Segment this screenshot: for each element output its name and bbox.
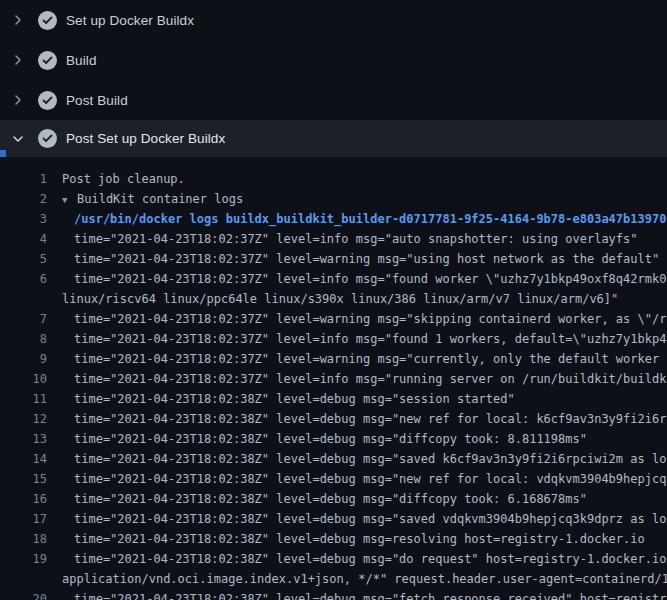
log-line-text: application/vnd.oci.image.index.v1+json,… — [47, 569, 667, 589]
log-line: 1Post job cleanup. — [0, 169, 667, 189]
log-line-text: linux/riscv64 linux/ppc64le linux/s390x … — [47, 289, 618, 309]
log-command-text: /usr/bin/docker logs buildx_buildkit_bui… — [47, 209, 666, 229]
log-line-number[interactable]: 7 — [0, 309, 47, 329]
log-line-text: time="2021-04-23T18:02:38Z" level=debug … — [47, 589, 667, 600]
chevron-down-icon[interactable] — [12, 133, 24, 145]
success-check-icon — [38, 129, 57, 148]
actions-log-viewer: Set up Docker Buildx Build Post Build — [0, 0, 667, 600]
log-group-title[interactable]: BuildKit container logs — [77, 192, 243, 206]
log-line-text: time="2021-04-23T18:02:37Z" level=info m… — [47, 329, 667, 349]
active-step-indicator — [0, 150, 6, 157]
log-line: 15time="2021-04-23T18:02:38Z" level=debu… — [0, 469, 667, 489]
log-line-text: time="2021-04-23T18:02:38Z" level=debug … — [47, 469, 667, 489]
step-label: Build — [66, 53, 97, 68]
step-label: Post Build — [66, 93, 128, 108]
success-check-icon — [38, 91, 57, 110]
log-line-text: time="2021-04-23T18:02:38Z" level=debug … — [47, 429, 587, 449]
log-group-expander-icon[interactable]: ▼ — [62, 190, 77, 210]
log-line-number[interactable]: 12 — [0, 409, 47, 429]
log-line: 14time="2021-04-23T18:02:38Z" level=debu… — [0, 449, 667, 469]
log-line-text: Post job cleanup. — [47, 169, 185, 189]
log-line: 7time="2021-04-23T18:02:37Z" level=warni… — [0, 309, 667, 329]
log-line-number[interactable]: 3 — [0, 209, 47, 229]
log-line: 3/usr/bin/docker logs buildx_buildkit_bu… — [0, 209, 667, 229]
log-line-text: time="2021-04-23T18:02:38Z" level=debug … — [47, 389, 515, 409]
log-line-number[interactable]: 11 — [0, 389, 47, 409]
log-line-text: time="2021-04-23T18:02:38Z" level=debug … — [47, 529, 645, 549]
log-line-number[interactable]: 8 — [0, 329, 47, 349]
log-line-number[interactable]: 5 — [0, 249, 47, 269]
log-line-text: time="2021-04-23T18:02:38Z" level=debug … — [47, 509, 667, 529]
log-line: 12time="2021-04-23T18:02:38Z" level=debu… — [0, 409, 667, 429]
log-line: 11time="2021-04-23T18:02:38Z" level=debu… — [0, 389, 667, 409]
log-line-text: time="2021-04-23T18:02:38Z" level=debug … — [47, 549, 667, 569]
step-row-post-set-up-docker-buildx[interactable]: Post Set up Docker Buildx — [0, 120, 667, 157]
log-line-number[interactable]: 20 — [0, 589, 47, 600]
log-line: 19time="2021-04-23T18:02:38Z" level=debu… — [0, 549, 667, 569]
log-line: 13time="2021-04-23T18:02:38Z" level=debu… — [0, 429, 667, 449]
log-line-number — [0, 569, 47, 589]
step-row-set-up-docker-buildx[interactable]: Set up Docker Buildx — [0, 0, 667, 40]
log-line-number[interactable]: 2 — [0, 189, 47, 209]
log-line-text: time="2021-04-23T18:02:37Z" level=info m… — [47, 369, 667, 389]
log-line-number[interactable]: 19 — [0, 549, 47, 569]
log-line-number[interactable]: 15 — [0, 469, 47, 489]
step-list: Set up Docker Buildx Build Post Build — [0, 0, 667, 157]
success-check-icon — [38, 51, 57, 70]
log-line-text: time="2021-04-23T18:02:38Z" level=debug … — [47, 449, 667, 469]
step-label: Set up Docker Buildx — [66, 13, 194, 28]
log-line: 17time="2021-04-23T18:02:38Z" level=debu… — [0, 509, 667, 529]
chevron-right-icon[interactable] — [12, 54, 24, 66]
log-line-number[interactable]: 17 — [0, 509, 47, 529]
log-line: 5time="2021-04-23T18:02:37Z" level=warni… — [0, 249, 667, 269]
log-line-number[interactable]: 10 — [0, 369, 47, 389]
log-line: 20time="2021-04-23T18:02:38Z" level=debu… — [0, 589, 667, 600]
log-line-text: ▼BuildKit container logs — [47, 189, 243, 209]
log-line-text: time="2021-04-23T18:02:37Z" level=info m… — [47, 269, 667, 289]
log-line-number[interactable]: 14 — [0, 449, 47, 469]
step-label: Post Set up Docker Buildx — [66, 131, 225, 146]
chevron-right-icon[interactable] — [12, 94, 24, 106]
log-line: 16time="2021-04-23T18:02:38Z" level=debu… — [0, 489, 667, 509]
log-line: 6time="2021-04-23T18:02:37Z" level=info … — [0, 269, 667, 289]
log-line-text: time="2021-04-23T18:02:37Z" level=info m… — [47, 229, 638, 249]
log-line-text: time="2021-04-23T18:02:38Z" level=debug … — [47, 489, 587, 509]
log-line: 18time="2021-04-23T18:02:38Z" level=debu… — [0, 529, 667, 549]
log-line-number[interactable]: 16 — [0, 489, 47, 509]
log-line-text: time="2021-04-23T18:02:37Z" level=warnin… — [47, 349, 667, 369]
log-line-text: time="2021-04-23T18:02:37Z" level=warnin… — [47, 249, 659, 269]
log-line: 8time="2021-04-23T18:02:37Z" level=info … — [0, 329, 667, 349]
log-line-number[interactable]: 6 — [0, 269, 47, 289]
log-line-number[interactable]: 18 — [0, 529, 47, 549]
step-row-post-build[interactable]: Post Build — [0, 80, 667, 120]
log-line-number[interactable]: 1 — [0, 169, 47, 189]
step-row-build[interactable]: Build — [0, 40, 667, 80]
log-line: 10time="2021-04-23T18:02:37Z" level=info… — [0, 369, 667, 389]
log-line-number[interactable]: 9 — [0, 349, 47, 369]
log-output: 1Post job cleanup.2▼BuildKit container l… — [0, 157, 667, 600]
log-line-number[interactable]: 4 — [0, 229, 47, 249]
log-line: application/vnd.oci.image.index.v1+json,… — [0, 569, 667, 589]
log-line-number[interactable]: 13 — [0, 429, 47, 449]
chevron-right-icon[interactable] — [12, 14, 24, 26]
log-line: 9time="2021-04-23T18:02:37Z" level=warni… — [0, 349, 667, 369]
log-line: 2▼BuildKit container logs — [0, 189, 667, 209]
success-check-icon — [38, 11, 57, 30]
log-line-text: time="2021-04-23T18:02:38Z" level=debug … — [47, 409, 667, 429]
log-line: 4time="2021-04-23T18:02:37Z" level=info … — [0, 229, 667, 249]
log-line: linux/riscv64 linux/ppc64le linux/s390x … — [0, 289, 667, 309]
log-line-text: time="2021-04-23T18:02:37Z" level=warnin… — [47, 309, 667, 329]
log-line-number — [0, 289, 47, 309]
